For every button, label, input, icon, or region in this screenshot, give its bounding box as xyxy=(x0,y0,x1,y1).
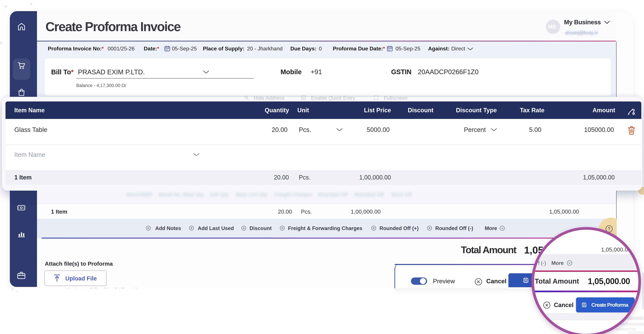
svg-text:#: # xyxy=(303,96,304,99)
